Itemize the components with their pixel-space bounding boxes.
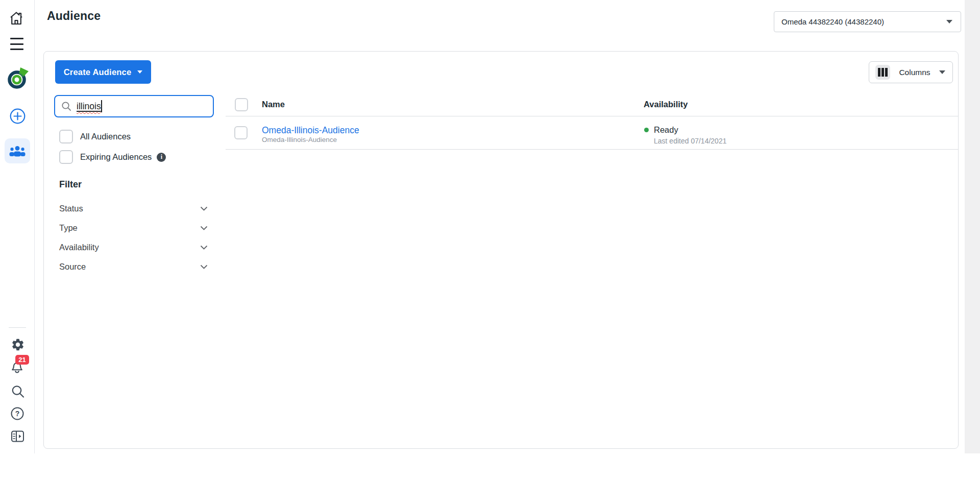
gear-icon[interactable] [11,338,25,352]
filter-section-type[interactable]: Type [59,218,208,237]
chevron-down-icon [200,245,208,250]
app-window: 21 ? Audience Omeda 44382240 (4438224 [0,0,980,481]
search-icon[interactable] [11,384,25,399]
filter-heading: Filter [59,179,82,190]
audience-subtitle: Omeda-Illinois-Audience [262,136,337,143]
chevron-down-icon [200,206,208,211]
search-input-value: illinois [77,101,101,112]
last-edited-text: Last edited 07/14/2021 [654,137,726,145]
filter-section-availability[interactable]: Availability [59,237,208,257]
account-dropdown[interactable]: Omeda 44382240 (44382240) [774,11,961,32]
column-header-name: Name [262,100,285,109]
sidebar-item-audiences[interactable] [5,138,30,163]
menu-icon[interactable] [10,38,23,50]
filter-section-status[interactable]: Status [59,199,208,218]
page-title: Audience [47,9,101,23]
chevron-down-icon [137,70,142,74]
chevron-down-icon [939,70,945,74]
expiring-audiences-checkbox[interactable] [59,150,73,164]
table-header-divider [226,116,959,116]
chevron-down-icon [200,226,208,230]
audiences-icon [9,145,26,158]
expiring-audiences-option: Expiring Audiences i [59,150,166,164]
info-icon[interactable]: i [157,153,166,162]
column-header-availability: Availability [644,100,688,109]
add-icon[interactable] [10,108,26,124]
row-checkbox[interactable] [234,126,248,139]
search-icon [61,101,71,111]
sidebar: 21 ? [0,0,35,453]
status-dot [644,128,649,132]
filter-section-source[interactable]: Source [59,257,208,276]
collapse-panel-icon[interactable] [11,429,24,443]
create-audience-button[interactable]: Create Audience [55,60,151,84]
help-icon[interactable]: ? [10,406,24,421]
home-icon[interactable] [8,10,24,27]
search-input[interactable]: illinois [54,95,214,117]
columns-button[interactable]: Columns [869,61,953,83]
audience-name-link[interactable]: Omeda-Illinois-Audience [262,125,359,136]
notification-badge[interactable]: 21 [15,355,29,365]
table-row-divider [226,149,959,150]
all-audiences-option: All Audiences [59,130,131,143]
select-all-checkbox[interactable] [235,98,248,111]
status-badge: Ready [654,125,678,135]
chevron-down-icon [946,20,952,23]
scrollbar-track[interactable] [965,0,980,453]
svg-text:?: ? [15,410,20,418]
audience-card: Create Audience Columns illinois All Aud… [43,51,959,449]
sidebar-divider [9,327,26,328]
account-dropdown-value: Omeda 44382240 (44382240) [781,17,946,26]
chevron-down-icon [200,264,208,269]
text-cursor [101,100,102,112]
omeda-logo[interactable] [5,67,30,89]
columns-icon [875,65,890,80]
all-audiences-checkbox[interactable] [59,130,73,143]
